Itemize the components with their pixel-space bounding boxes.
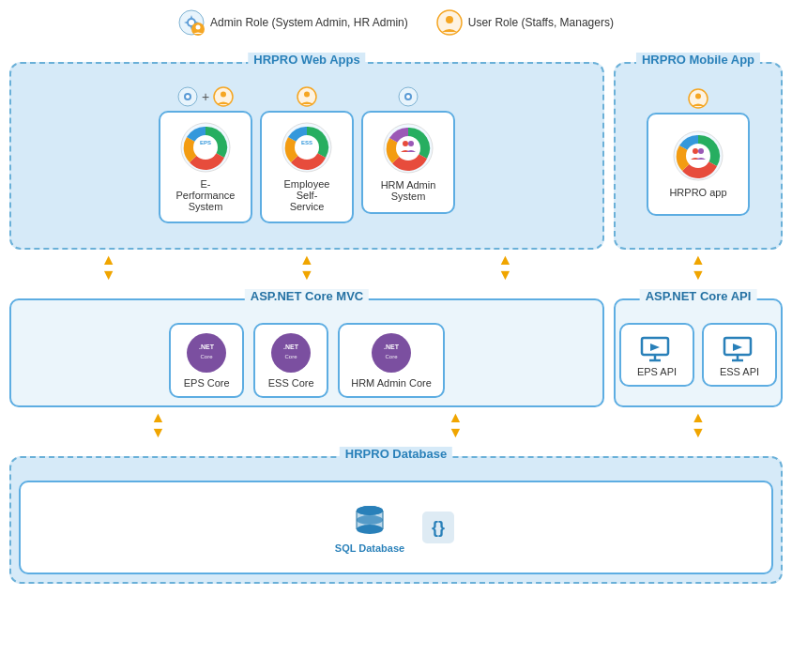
mvc-arrows-bottom: ▲ ▼ ▲ ▼ [9,410,604,440]
ess-card: ESS Employee Self-Service [260,111,354,223]
user-icon [436,9,463,36]
svg-marker-45 [650,344,660,351]
ess-label: Employee Self-Service [275,178,339,212]
svg-point-28 [695,94,701,99]
arrow-db-left: ▲ ▼ [151,410,166,440]
api-cards-row: EPS API ESS API [623,323,773,387]
arrow-api-db: ▲ ▼ [691,410,706,440]
eps-card: EPS E-PerformanceSystem [159,111,252,223]
eps-core-card: .NET Core EPS Core [169,323,244,398]
user-small-icon [213,86,234,107]
svg-text:Core: Core [285,354,298,359]
svg-point-6 [446,16,453,23]
mobile-app-content: HRPRO app [647,88,750,216]
svg-point-18 [295,135,319,160]
api-arrow-top: ▲ ▼ [614,252,783,283]
hrm-core-card: .NET Core HRM Admin Core [338,323,445,398]
app-cards-row: + [19,86,595,223]
eps-roles: + [177,86,234,107]
svg-point-4 [196,25,201,30]
mobile-roles [688,88,708,109]
svg-text:.NET: .NET [384,344,400,350]
sql-db-item: SQL Database [335,501,404,554]
ess-core-label: ESS Core [268,377,314,389]
eps-api-label: EPS API [637,366,677,377]
eps-logo: EPS [180,122,231,173]
svg-text:EPS: EPS [200,140,211,145]
mobile-app-title: HRPRO Mobile App [636,53,760,67]
user-mobile-icon [688,88,708,109]
hrpro-app-card: HRPRO app [647,113,750,216]
svg-point-13 [193,135,218,160]
svg-text:ESS: ESS [301,140,312,145]
svg-point-25 [403,141,408,146]
hrm-roles [398,86,419,107]
hrpro-app-label: HRPRO app [669,187,726,198]
svg-text:Core: Core [201,354,214,359]
json-db-item: {} [419,509,457,546]
ess-logo: ESS [282,122,332,173]
sql-db-label: SQL Database [335,542,404,554]
db-box: HRPRO Database SQL Database [9,456,783,584]
arrow-row-1: ▲ ▼ ▲ ▼ ▲ ▼ ▲ ▼ [9,250,783,285]
db-inner: SQL Database {} [19,481,773,574]
arrow-ess: ▲ ▼ [299,252,314,283]
ess-api-card: ESS API [702,323,777,387]
web-apps-box: HRPRO Web Apps + [9,62,604,250]
svg-point-39 [372,333,411,373]
aspnet-mvc-title: ASP.NET Core MVC [245,289,369,303]
svg-point-33 [187,333,226,373]
svg-point-36 [271,333,311,373]
net-core-eps-icon: .NET Core [186,332,227,374]
arrow-db-mid: ▲ ▼ [449,410,464,440]
svg-point-52 [357,525,383,534]
hrm-card: HRM AdminSystem [361,111,455,214]
net-core-ess-icon: .NET Core [270,332,312,374]
db-icons-row: SQL Database {} [327,494,465,561]
svg-point-22 [406,95,410,99]
user-legend-label: User Role (Staffs, Managers) [468,16,614,29]
net-core-hrm-icon: .NET Core [371,332,412,374]
arrow-hrm: ▲ ▼ [497,252,512,283]
svg-point-11 [221,92,226,98]
svg-point-32 [698,148,704,154]
svg-point-31 [693,148,698,154]
middle-row: ASP.NET Core MVC .NET Core EPS Core .NET [9,285,783,407]
json-db-icon: {} [419,509,457,546]
svg-point-30 [686,144,710,168]
user-small-icon2 [297,86,317,107]
mvc-arrows: ▲ ▼ ▲ ▼ ▲ ▼ [9,252,604,283]
hrpro-logo [673,130,723,181]
svg-text:.NET: .NET [283,344,299,350]
svg-point-53 [357,506,383,515]
svg-text:.NET: .NET [199,344,215,350]
top-row: HRPRO Web Apps + [9,49,783,250]
hrm-card-wrapper: HRM AdminSystem [361,86,455,223]
svg-point-24 [396,136,420,160]
mobile-app-box: HRPRO Mobile App [614,62,783,250]
arrow-row-2: ▲ ▼ ▲ ▼ ▲ ▼ [9,407,783,443]
page: Admin Role (System Admin, HR Admin) User… [0,0,792,672]
hrm-core-label: HRM Admin Core [351,377,432,389]
eps-core-label: EPS Core [184,377,230,389]
svg-text:Core: Core [385,354,398,359]
core-cards-row: .NET Core EPS Core .NET Core ESS Core [19,323,595,398]
web-apps-title: HRPRO Web Apps [248,53,365,67]
ess-roles [297,86,317,107]
admin-small-icon [177,86,198,107]
eps-card-wrapper: + [159,86,252,223]
admin-icon [178,9,205,36]
svg-text:{}: {} [432,518,445,537]
arrow-api: ▲ ▼ [691,252,706,283]
svg-marker-49 [733,344,742,351]
admin-legend-label: Admin Role (System Admin, HR Admin) [210,16,408,29]
aspnet-mvc-box: ASP.NET Core MVC .NET Core EPS Core .NET [9,298,604,407]
eps-api-icon [640,332,674,366]
ess-api-label: ESS API [720,366,759,377]
admin-legend: Admin Role (System Admin, HR Admin) [178,9,408,36]
ess-api-icon [723,332,756,366]
eps-label: E-PerformanceSystem [174,178,237,212]
svg-point-9 [186,95,190,99]
hrm-label: HRM AdminSystem [381,179,436,202]
user-legend: User Role (Staffs, Managers) [436,9,614,36]
